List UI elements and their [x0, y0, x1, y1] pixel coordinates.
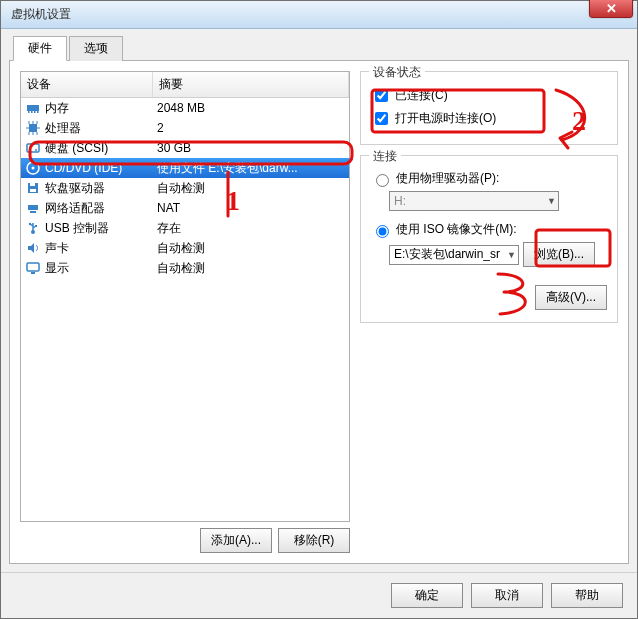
help-button[interactable]: 帮助 — [551, 583, 623, 608]
physical-radio[interactable] — [376, 174, 389, 187]
svg-rect-11 — [30, 183, 35, 186]
table-row[interactable]: 网络适配器NAT — [21, 198, 349, 218]
connected-checkbox[interactable]: 已连接(C) — [371, 86, 607, 105]
display-icon — [25, 260, 41, 276]
device-status-group: 设备状态 已连接(C) 打开电源时连接(O) — [360, 71, 618, 145]
table-row[interactable]: 软盘驱动器自动检测 — [21, 178, 349, 198]
col-summary: 摘要 — [153, 72, 349, 97]
tab-options[interactable]: 选项 — [69, 36, 123, 61]
close-button[interactable]: ✕ — [589, 0, 633, 18]
connected-check[interactable] — [375, 89, 388, 102]
use-iso-radio[interactable]: 使用 ISO 镜像文件(M): — [371, 221, 607, 238]
add-button[interactable]: 添加(A)... — [200, 528, 272, 553]
net-icon — [25, 200, 41, 216]
device-name: 网络适配器 — [45, 200, 157, 217]
svg-rect-13 — [28, 205, 38, 210]
physical-drive-combo[interactable]: H: ▼ — [389, 191, 559, 211]
table-row[interactable]: 处理器2 — [21, 118, 349, 138]
floppy-icon — [25, 180, 41, 196]
table-row[interactable]: 声卡自动检测 — [21, 238, 349, 258]
table-row[interactable]: USB 控制器存在 — [21, 218, 349, 238]
use-physical-radio[interactable]: 使用物理驱动器(P): — [371, 170, 607, 187]
svg-point-7 — [35, 149, 37, 151]
svg-rect-19 — [31, 272, 35, 274]
device-name: 内存 — [45, 100, 157, 117]
device-summary: 自动检测 — [157, 260, 345, 277]
device-name: 硬盘 (SCSI) — [45, 140, 157, 157]
table-row[interactable]: CD/DVD (IDE)使用文件 E:\安装包\darw... — [21, 158, 349, 178]
usb-icon — [25, 220, 41, 236]
svg-rect-0 — [27, 105, 39, 111]
iso-path-combo[interactable]: E:\安装包\darwin_sr ▼ — [389, 245, 519, 265]
iso-path-value: E:\安装包\darwin_sr — [394, 246, 500, 263]
svg-rect-2 — [31, 111, 33, 113]
svg-rect-18 — [27, 263, 39, 271]
svg-rect-4 — [37, 111, 39, 113]
device-summary: 30 GB — [157, 141, 345, 155]
col-device: 设备 — [21, 72, 153, 97]
cancel-button[interactable]: 取消 — [471, 583, 543, 608]
table-row[interactable]: 显示自动检测 — [21, 258, 349, 278]
svg-rect-5 — [29, 124, 37, 132]
tab-hardware[interactable]: 硬件 — [13, 36, 67, 61]
table-row[interactable]: 硬盘 (SCSI)30 GB — [21, 138, 349, 158]
device-summary: 自动检测 — [157, 180, 345, 197]
physical-drive-value: H: — [394, 194, 406, 208]
svg-rect-14 — [30, 211, 36, 213]
device-summary: 使用文件 E:\安装包\darw... — [157, 160, 345, 177]
svg-rect-17 — [35, 225, 37, 227]
dialog-footer: 确定 取消 帮助 — [1, 572, 637, 618]
browse-button[interactable]: 浏览(B)... — [523, 242, 595, 267]
remove-button[interactable]: 移除(R) — [278, 528, 350, 553]
table-row[interactable]: 内存2048 MB — [21, 98, 349, 118]
hardware-list-header: 设备 摘要 — [21, 72, 349, 98]
device-summary: NAT — [157, 201, 345, 215]
device-name: 声卡 — [45, 240, 157, 257]
device-name: USB 控制器 — [45, 220, 157, 237]
connect-on-power-check[interactable] — [375, 112, 388, 125]
tab-strip: 硬件 选项 — [13, 35, 629, 60]
connect-on-power-checkbox[interactable]: 打开电源时连接(O) — [371, 109, 607, 128]
device-name: 软盘驱动器 — [45, 180, 157, 197]
ok-button[interactable]: 确定 — [391, 583, 463, 608]
device-summary: 自动检测 — [157, 240, 345, 257]
cd-icon — [25, 160, 41, 176]
connection-group: 连接 使用物理驱动器(P): H: ▼ 使用 ISO 镜像文件(M): — [360, 155, 618, 323]
iso-label: 使用 ISO 镜像文件(M): — [396, 221, 517, 238]
window-title: 虚拟机设置 — [11, 6, 633, 23]
device-name: 显示 — [45, 260, 157, 277]
device-summary: 存在 — [157, 220, 345, 237]
device-summary: 2 — [157, 121, 345, 135]
hardware-list[interactable]: 设备 摘要 内存2048 MB处理器2硬盘 (SCSI)30 GBCD/DVD … — [20, 71, 350, 522]
hdd-icon — [25, 140, 41, 156]
svg-point-16 — [29, 223, 31, 225]
tab-pane-hardware: 设备 摘要 内存2048 MB处理器2硬盘 (SCSI)30 GBCD/DVD … — [9, 60, 629, 564]
cpu-icon — [25, 120, 41, 136]
svg-rect-1 — [28, 111, 30, 113]
memory-icon — [25, 100, 41, 116]
svg-rect-6 — [27, 144, 39, 152]
connected-label: 已连接(C) — [395, 87, 448, 104]
svg-rect-3 — [34, 111, 36, 113]
chevron-down-icon: ▼ — [547, 196, 556, 206]
chevron-down-icon: ▼ — [507, 250, 516, 260]
connection-legend: 连接 — [369, 148, 401, 165]
sound-icon — [25, 240, 41, 256]
device-name: CD/DVD (IDE) — [45, 161, 157, 175]
close-icon: ✕ — [606, 1, 617, 16]
titlebar: 虚拟机设置 ✕ — [1, 1, 637, 29]
physical-label: 使用物理驱动器(P): — [396, 170, 499, 187]
device-summary: 2048 MB — [157, 101, 345, 115]
connect-on-power-label: 打开电源时连接(O) — [395, 110, 496, 127]
advanced-button[interactable]: 高级(V)... — [535, 285, 607, 310]
device-status-legend: 设备状态 — [369, 64, 425, 81]
iso-radio[interactable] — [376, 225, 389, 238]
svg-point-9 — [32, 167, 35, 170]
svg-rect-12 — [30, 189, 36, 192]
device-name: 处理器 — [45, 120, 157, 137]
